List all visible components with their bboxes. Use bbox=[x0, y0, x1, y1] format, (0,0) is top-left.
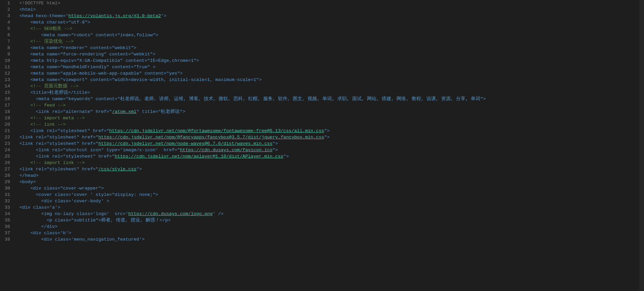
line-number-17: 17 bbox=[3, 102, 10, 109]
code-line-32: <div class='cover-body' > bbox=[19, 198, 639, 204]
token: <div class='cover-body' > bbox=[19, 199, 109, 204]
line-number-13: 13 bbox=[3, 77, 10, 83]
token: </div> bbox=[19, 224, 57, 229]
line-number-38: 38 bbox=[3, 236, 10, 243]
line-number-1: 1 bbox=[3, 0, 10, 6]
token[interactable]: https://cdn.jsdelivr.net/npm/@fortawesom… bbox=[109, 128, 324, 133]
line-number-16: 16 bbox=[3, 96, 10, 102]
code-line-24: <link rel="shortcut icon" type='image/x-… bbox=[19, 147, 639, 153]
code-line-28: </head> bbox=[19, 172, 639, 179]
code-line-25: <link rel="stylesheet" href="https://cdn… bbox=[19, 153, 639, 160]
line-number-31: 31 bbox=[3, 192, 10, 198]
code-line-5: <!-- SEO相关 --> bbox=[19, 26, 639, 32]
token: <title>杜老师说</title> bbox=[19, 90, 90, 95]
token[interactable]: https://cdn.jsdelivr.net/npm/aplayer@1.1… bbox=[115, 154, 283, 159]
code-line-2: <html> bbox=[19, 6, 639, 13]
token: " title="杜老师说"> bbox=[136, 109, 185, 114]
token[interactable]: https://volantis.js.org/#3.0-beta2 bbox=[68, 13, 161, 18]
code-line-12: <meta name="apple-mobile-web-app-capable… bbox=[19, 70, 639, 77]
line-number-12: 12 bbox=[3, 70, 10, 77]
token: "> bbox=[272, 148, 278, 153]
line-number-20: 20 bbox=[3, 121, 10, 128]
token[interactable]: /atom.xml bbox=[112, 109, 136, 114]
token: <link rel="stylesheet" href=" bbox=[19, 135, 98, 140]
line-number-8: 8 bbox=[3, 45, 10, 51]
token: <meta name="apple-mobile-web-app-capable… bbox=[19, 71, 183, 76]
code-line-15: <title>杜老师说</title> bbox=[19, 89, 639, 96]
code-line-10: <meta http-equiv="X-UA-Compatible" conte… bbox=[19, 57, 639, 64]
token: <html> bbox=[19, 7, 36, 12]
token: <link rel="shortcut icon" type='image/x-… bbox=[19, 148, 180, 153]
token: <meta name="force-rendering" content="we… bbox=[19, 52, 155, 57]
code-line-23: <link rel="stylesheet" href="https://cdn… bbox=[19, 140, 639, 147]
token[interactable]: https://cdn.jsdelivr.net/npm/node-waves@… bbox=[98, 141, 272, 146]
line-number-21: 21 bbox=[3, 128, 10, 134]
code-line-38: <div class='menu_navigation_featured'> bbox=[19, 236, 639, 243]
token[interactable]: https://cdn.dusays.com/favicon.ico bbox=[180, 148, 272, 153]
token: <div class="cover-wrapper"> bbox=[19, 186, 104, 191]
token: <meta name="viewport" content="width=dev… bbox=[19, 77, 262, 82]
token: <!-- 渲染优化 --> bbox=[19, 39, 74, 44]
token: <link rel="alternate" href=" bbox=[19, 109, 112, 114]
token: <link rel="stylesheet" href=" bbox=[19, 167, 98, 172]
token: <meta name="robots" content="index,follo… bbox=[19, 33, 158, 38]
code-area: <!DOCTYPE html><html><head hexo-theme='h… bbox=[14, 0, 639, 291]
code-line-21: <link rel="stylesheet" href="https://cdn… bbox=[19, 128, 639, 134]
line-number-6: 6 bbox=[3, 32, 10, 38]
line-number-29: 29 bbox=[3, 179, 10, 185]
token: <!-- 页面元数据 --> bbox=[19, 84, 78, 89]
line-number-25: 25 bbox=[3, 153, 10, 160]
token: <link rel="stylesheet" href=" bbox=[19, 154, 115, 159]
token[interactable]: https://cdn.jsdelivr.net/npm/@fancyapps/… bbox=[98, 135, 324, 140]
line-number-5: 5 bbox=[3, 26, 10, 32]
token: <!DOCTYPE html> bbox=[19, 1, 60, 6]
line-number-28: 28 bbox=[3, 172, 10, 179]
line-number-22: 22 bbox=[3, 134, 10, 140]
token: <div class='menu_navigation_featured'> bbox=[19, 237, 145, 242]
code-line-31: <cover class='cover ' style="display: no… bbox=[19, 192, 639, 198]
code-line-13: <meta name="viewport" content="width=dev… bbox=[19, 77, 639, 83]
line-number-19: 19 bbox=[3, 115, 10, 121]
scrollbar-right[interactable] bbox=[639, 0, 644, 291]
token: </head> bbox=[19, 173, 39, 178]
code-line-16: <meta name="keywords" content="杜老师说, 老师,… bbox=[19, 96, 639, 102]
token: <!-- import meta --> bbox=[19, 116, 85, 121]
token: "> bbox=[136, 167, 142, 172]
line-number-37: 37 bbox=[3, 230, 10, 236]
token: <link rel="stylesheet" href=" bbox=[19, 128, 109, 133]
token: <!-- link --> bbox=[19, 122, 66, 127]
line-number-7: 7 bbox=[3, 38, 10, 45]
line-number-4: 4 bbox=[3, 19, 10, 26]
editor-container: 1234567891011121314151617181920212223242… bbox=[0, 0, 644, 291]
line-number-34: 34 bbox=[3, 211, 10, 217]
token: <div class='a'> bbox=[19, 205, 60, 210]
token: <!-- SEO相关 --> bbox=[19, 26, 73, 31]
token: <link rel="stylesheet" href=" bbox=[19, 141, 98, 146]
line-number-27: 27 bbox=[3, 166, 10, 172]
line-number-32: 32 bbox=[3, 198, 10, 204]
token: "> bbox=[283, 154, 289, 159]
code-line-17: <!-- feed --> bbox=[19, 102, 639, 109]
code-line-29: <body> bbox=[19, 179, 639, 185]
line-number-36: 36 bbox=[3, 223, 10, 230]
line-number-26: 26 bbox=[3, 160, 10, 166]
code-line-36: </div> bbox=[19, 223, 639, 230]
token[interactable]: /css/style.css bbox=[98, 167, 136, 172]
line-number-15: 15 bbox=[3, 89, 10, 96]
token: <head hexo-theme=' bbox=[19, 13, 68, 18]
line-numbers: 1234567891011121314151617181920212223242… bbox=[0, 0, 14, 291]
code-line-34: <img no-lazy class='logo' src='https://c… bbox=[19, 211, 639, 217]
code-line-35: <p class="subtitle">师者, 传道, 授业, 解惑！</p> bbox=[19, 217, 639, 223]
code-line-7: <!-- 渲染优化 --> bbox=[19, 38, 639, 45]
token: <body> bbox=[19, 179, 36, 184]
line-number-11: 11 bbox=[3, 64, 10, 70]
token: <meta http-equiv="X-UA-Compatible" conte… bbox=[19, 58, 199, 63]
token: '> bbox=[161, 13, 166, 18]
token: "> bbox=[324, 128, 329, 133]
token: <meta name="keywords" content="杜老师说, 老师,… bbox=[19, 96, 486, 101]
line-number-9: 9 bbox=[3, 51, 10, 57]
code-line-4: <meta charset="utf-8"> bbox=[19, 19, 639, 26]
code-line-3: <head hexo-theme='https://volantis.js.or… bbox=[19, 13, 639, 19]
token[interactable]: https://cdn.dusays.com/logo.png bbox=[128, 211, 213, 216]
line-number-30: 30 bbox=[3, 185, 10, 192]
